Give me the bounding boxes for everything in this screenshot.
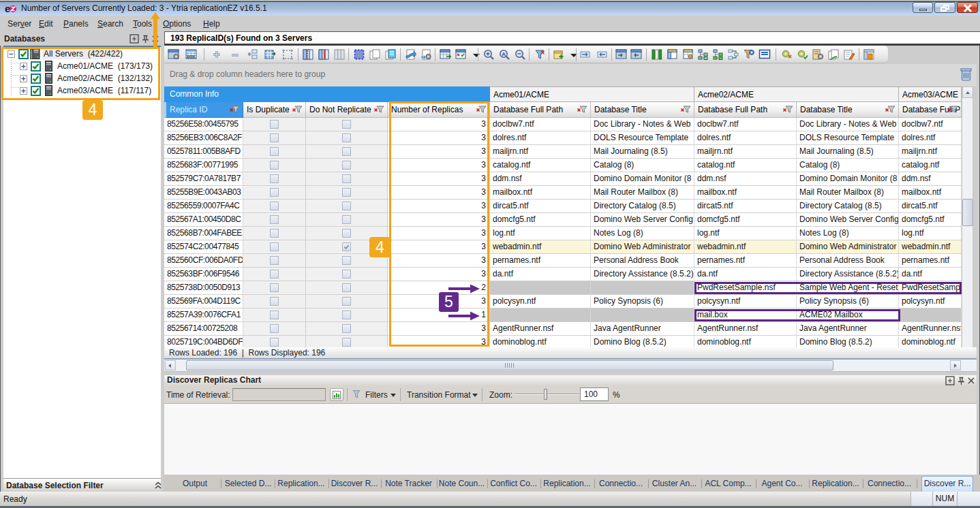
- svg-text:A: A: [502, 51, 506, 57]
